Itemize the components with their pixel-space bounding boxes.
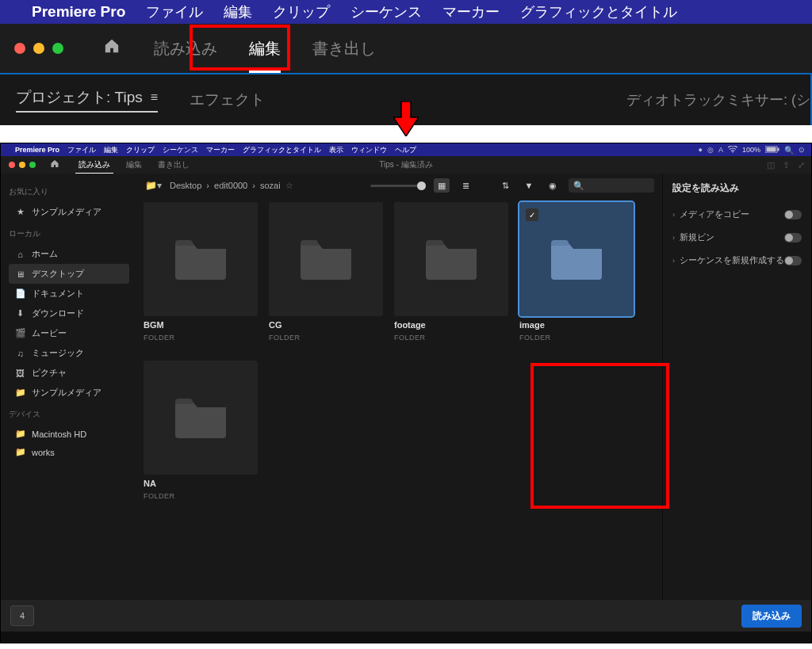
import-setting-row-0[interactable]: ›メディアをコピー (672, 203, 802, 226)
fullscreen-icon[interactable]: ⤢ (798, 160, 805, 170)
sidebar-item-loc-3[interactable]: ⬇ダウンロード (9, 304, 129, 323)
preview-toggle-icon[interactable]: ◉ (545, 178, 561, 193)
folder-name: image (519, 320, 634, 330)
home-button[interactable] (78, 38, 138, 59)
home-icon (103, 38, 121, 54)
zoom-window-icon[interactable] (29, 162, 36, 168)
import-setting-row-2[interactable]: ›シーケンスを新規作成する (672, 249, 802, 272)
tab-import[interactable]: 読み込み (138, 24, 233, 73)
close-window-icon[interactable] (14, 43, 25, 54)
folder-thumbnail[interactable]: ✓ (519, 202, 634, 316)
sidebar-item-icon: 📁 (15, 387, 25, 398)
home-button[interactable] (44, 159, 71, 170)
spotlight-icon[interactable]: 🔍 (784, 146, 794, 155)
svg-rect-3 (778, 147, 779, 151)
toggle-switch[interactable] (784, 233, 802, 242)
sidebar-item-loc-7[interactable]: 📁サンプルメディア (9, 383, 129, 403)
grid-view-button[interactable]: ▦ (434, 178, 450, 193)
svg-point-0 (732, 151, 733, 153)
folder-card-footage[interactable]: footageFOLDER (394, 202, 508, 342)
menu-marker[interactable]: マーカー (206, 145, 235, 155)
sidebar-item-loc-5[interactable]: ♫ミュージック (9, 343, 129, 363)
menu-help[interactable]: ヘルプ (395, 145, 416, 155)
menu-edit[interactable]: 編集 (224, 2, 252, 21)
folder-kind: FOLDER (394, 334, 508, 342)
folder-name: CG (269, 320, 383, 330)
search-input[interactable]: 🔍 (569, 178, 654, 193)
menu-graphics[interactable]: グラフィックとタイトル (243, 145, 321, 155)
minimize-window-icon[interactable] (33, 43, 44, 54)
sidebar-item-loc-4[interactable]: 🎬ムービー (9, 323, 129, 343)
toggle-switch[interactable] (784, 210, 802, 220)
breadcrumb-seg[interactable]: Desktop (170, 181, 201, 190)
import-setting-label: 新規ビン (680, 231, 784, 243)
selection-count-chip[interactable]: 4 (10, 605, 34, 626)
menu-view[interactable]: 表示 (329, 145, 343, 155)
sidebar-item-dev-0[interactable]: 📁Macintosh HD (9, 425, 129, 443)
menu-sequence[interactable]: シーケンス (350, 2, 422, 21)
sidebar-item-label: デスクトップ (32, 268, 84, 280)
folder-thumbnail[interactable] (269, 202, 383, 316)
menu-file[interactable]: ファイル (67, 145, 96, 155)
breadcrumb-seg[interactable]: sozai (260, 181, 281, 190)
sidebar-item-loc-6[interactable]: 🖼ピクチャ (9, 363, 129, 383)
share-icon[interactable]: ⇪ (783, 160, 790, 170)
panel-menu-icon[interactable]: ≡ (151, 90, 158, 105)
toggle-switch[interactable] (784, 256, 802, 265)
traffic-lights (0, 43, 78, 54)
menu-window[interactable]: ウィンドウ (351, 145, 387, 155)
sidebar-item-icon: ♫ (15, 349, 25, 358)
workspace-icon[interactable]: ◫ (767, 160, 775, 170)
folder-card-na[interactable]: NAFOLDER (144, 361, 258, 500)
menu-clip[interactable]: クリップ (273, 2, 330, 21)
close-window-icon[interactable] (9, 162, 15, 168)
sidebar-item-dev-1[interactable]: 📁works (9, 443, 129, 461)
sidebar-item-fav-0[interactable]: ★サンプルメディア (9, 202, 129, 222)
tab-export[interactable]: 書き出し (150, 156, 197, 174)
menu-clip[interactable]: クリップ (126, 145, 155, 155)
battery-icon (765, 146, 779, 155)
folder-icon (550, 235, 603, 283)
sort-button[interactable]: ⇅ (497, 178, 513, 193)
folder-card-image[interactable]: ✓imageFOLDER (519, 202, 634, 342)
folder-card-bgm[interactable]: BGMFOLDER (144, 202, 258, 342)
breadcrumb[interactable]: Desktop› edit0000› sozai ☆ (170, 181, 293, 191)
filter-button[interactable]: ▼ (521, 178, 537, 193)
menu-marker[interactable]: マーカー (442, 2, 500, 21)
menu-graphics[interactable]: グラフィックとタイトル (520, 2, 677, 21)
menu-edit[interactable]: 編集 (104, 145, 118, 155)
sidebar-item-loc-0[interactable]: ⌂ホーム (9, 244, 129, 264)
folder-thumbnail[interactable] (144, 202, 258, 316)
folder-icon (424, 235, 478, 283)
list-view-button[interactable]: ≣ (458, 178, 473, 193)
sidebar-item-icon: 🖼 (15, 368, 25, 378)
menu-sequence[interactable]: シーケンス (163, 145, 198, 155)
tab-export[interactable]: 書き出し (297, 24, 392, 73)
folder-thumbnail[interactable] (394, 202, 508, 316)
zoom-window-icon[interactable] (52, 43, 63, 54)
sidebar-item-icon: ★ (15, 207, 25, 217)
tab-import[interactable]: 読み込み (71, 156, 118, 174)
menu-file[interactable]: ファイル (146, 2, 203, 21)
minimize-window-icon[interactable] (19, 162, 25, 168)
sidebar-item-loc-1[interactable]: 🖥デスクトップ (9, 264, 129, 284)
checkbox-icon[interactable]: ✓ (526, 208, 538, 221)
effects-panel-tab[interactable]: エフェクト (190, 90, 265, 110)
tab-edit[interactable]: 編集 (233, 24, 297, 73)
thumbnail-zoom-slider[interactable] (370, 185, 426, 187)
import-button[interactable]: 読み込み (741, 605, 802, 628)
audio-mixer-panel-tab[interactable]: ディオトラックミキサー: (シ (620, 74, 810, 125)
star-favorite-icon[interactable]: ☆ (285, 181, 293, 191)
folder-thumbnail[interactable] (144, 361, 258, 475)
folder-kind: FOLDER (144, 492, 258, 500)
chevron-right-icon: › (672, 211, 675, 219)
sidebar-item-loc-2[interactable]: 📄ドキュメント (9, 284, 129, 304)
project-panel-tab[interactable]: プロジェクト: Tips ≡ (16, 87, 158, 113)
sidebar-item-icon: ⬇ (15, 308, 25, 319)
folder-card-cg[interactable]: CGFOLDER (269, 202, 383, 342)
tab-edit[interactable]: 編集 (118, 156, 150, 174)
sidebar-item-icon: 🖥 (15, 269, 25, 279)
control-center-icon[interactable]: ⊙ (799, 146, 805, 154)
breadcrumb-seg[interactable]: edit0000 (214, 181, 247, 190)
import-setting-row-1[interactable]: ›新規ビン (672, 226, 802, 249)
